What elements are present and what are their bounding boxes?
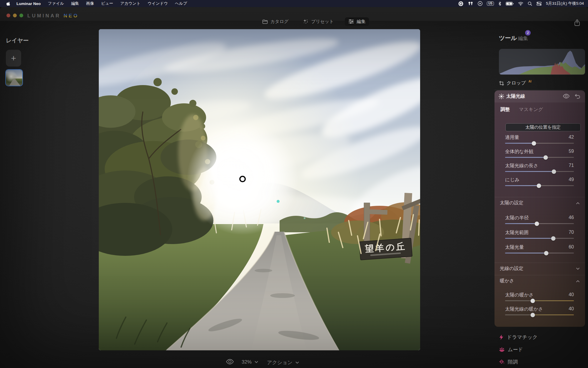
tab-edit[interactable]: 編集 bbox=[345, 17, 369, 26]
tab-adjust[interactable]: 調整 bbox=[500, 107, 510, 113]
slider-value: 71 bbox=[569, 163, 574, 169]
lens-flare-teal bbox=[277, 200, 280, 203]
edit-sliders-icon bbox=[348, 19, 354, 24]
tool-dramatic[interactable]: ドラマチック bbox=[499, 333, 537, 341]
divider bbox=[495, 275, 585, 275]
slider-ray-length[interactable]: 太陽光線の長さ71 bbox=[505, 163, 574, 176]
slider-rays-warmth[interactable]: 太陽光線の暖かさ40 bbox=[505, 306, 574, 320]
battery-icon[interactable] bbox=[506, 2, 514, 6]
slider-track[interactable] bbox=[505, 171, 574, 172]
sunrays-reset-button[interactable] bbox=[574, 94, 580, 99]
slider-glow[interactable]: にじみ49 bbox=[505, 177, 574, 190]
slider-track[interactable] bbox=[505, 300, 574, 301]
tab-tools[interactable]: ツール bbox=[499, 34, 517, 42]
photo-canvas[interactable]: 望羊の丘 bbox=[99, 29, 420, 350]
slider-track[interactable] bbox=[505, 223, 574, 224]
airpods-icon[interactable] bbox=[468, 1, 473, 6]
slider-track[interactable] bbox=[505, 253, 574, 253]
tab-presets-label: プリセット bbox=[311, 19, 334, 24]
slider-thumb[interactable] bbox=[551, 236, 555, 241]
place-sun-button[interactable]: 太陽の位置を指定 bbox=[505, 123, 581, 131]
bluetooth-icon[interactable] bbox=[498, 1, 501, 6]
section-warmth[interactable]: 暖かさ bbox=[500, 278, 580, 284]
tab-catalog[interactable]: カタログ bbox=[259, 17, 292, 26]
divider bbox=[495, 90, 585, 90]
titlebar: LUMINAR NEO カタログ プリセット 編集 bbox=[0, 7, 588, 21]
menu-view[interactable]: ビュー bbox=[98, 1, 117, 6]
tool-toning[interactable]: 階調 bbox=[499, 358, 518, 366]
menu-account[interactable]: アカウント bbox=[117, 1, 144, 6]
section-sun-settings[interactable]: 太陽の設定 bbox=[500, 200, 580, 206]
slider-overall-look[interactable]: 全体的な外観59 bbox=[505, 149, 574, 162]
slider-sunlight-amount[interactable]: 太陽光量60 bbox=[505, 244, 574, 258]
control-center-icon[interactable] bbox=[537, 2, 542, 6]
menu-window[interactable]: ウインドウ bbox=[144, 1, 171, 6]
slider-sun-radius[interactable]: 太陽の半径46 bbox=[505, 215, 574, 228]
sunrays-header[interactable]: 太陽光線 bbox=[495, 90, 585, 102]
tab-edits[interactable]: 編集 bbox=[518, 35, 528, 42]
slider-thumb[interactable] bbox=[552, 169, 556, 174]
edits-count-badge: 2 bbox=[525, 30, 531, 36]
share-button[interactable] bbox=[574, 19, 581, 26]
catalog-folder-icon bbox=[262, 19, 268, 24]
slider-thumb[interactable] bbox=[532, 141, 536, 145]
slider-sunlight-range[interactable]: 太陽光範囲70 bbox=[505, 230, 574, 243]
sunrays-visibility-toggle[interactable] bbox=[563, 94, 570, 99]
slider-track[interactable] bbox=[505, 143, 574, 144]
slider-amount[interactable]: 適用量42 bbox=[505, 135, 574, 148]
apple-menu[interactable] bbox=[4, 1, 13, 6]
slider-track[interactable] bbox=[505, 314, 574, 315]
zoom-level-dropdown[interactable]: 32% bbox=[242, 359, 258, 365]
slider-thumb[interactable] bbox=[544, 155, 548, 160]
actions-dropdown[interactable]: アクション bbox=[267, 359, 299, 366]
menubar-app-name[interactable]: Luminar Neo bbox=[13, 1, 44, 6]
tool-mood[interactable]: ムード bbox=[499, 346, 523, 353]
slider-value: 60 bbox=[569, 244, 574, 250]
grammarly-icon[interactable] bbox=[458, 1, 463, 6]
crop-icon bbox=[499, 81, 504, 86]
histogram[interactable] bbox=[499, 49, 585, 75]
slider-thumb[interactable] bbox=[537, 183, 541, 188]
slider-thumb[interactable] bbox=[530, 313, 535, 317]
slider-value: 70 bbox=[569, 230, 574, 236]
slider-label: 太陽光線の長さ bbox=[505, 163, 538, 169]
slider-label: 全体的な外観 bbox=[505, 149, 533, 155]
lens-flare-small bbox=[304, 217, 305, 219]
slider-thumb[interactable] bbox=[534, 221, 539, 226]
slider-track[interactable] bbox=[505, 157, 574, 158]
divider bbox=[495, 197, 585, 197]
minimize-traffic-light[interactable] bbox=[13, 14, 17, 17]
slider-thumb[interactable] bbox=[530, 299, 535, 303]
slider-sun-warmth[interactable]: 太陽の暖かさ40 bbox=[505, 292, 574, 306]
add-layer-button[interactable]: + bbox=[6, 50, 21, 67]
share-icon bbox=[574, 19, 581, 26]
slider-label: 太陽光量 bbox=[505, 244, 524, 250]
sun-position-handle[interactable] bbox=[239, 176, 246, 182]
tab-presets[interactable]: プリセット bbox=[300, 17, 337, 26]
zoom-traffic-light[interactable] bbox=[19, 14, 23, 17]
play-status-icon[interactable] bbox=[478, 1, 482, 6]
close-traffic-light[interactable] bbox=[6, 14, 10, 17]
chevron-up-icon bbox=[576, 202, 580, 204]
menu-edit[interactable]: 編集 bbox=[68, 1, 83, 6]
crop-tool-row[interactable]: クロップAI bbox=[499, 80, 531, 86]
slider-track[interactable] bbox=[505, 238, 574, 239]
preview-eye-button[interactable] bbox=[226, 359, 234, 364]
slider-track[interactable] bbox=[505, 185, 574, 186]
menu-file[interactable]: ファイル bbox=[44, 1, 68, 6]
section-title: 太陽の設定 bbox=[500, 200, 523, 206]
layer-thumbnail-selected[interactable] bbox=[5, 69, 23, 86]
spotlight-search-icon[interactable] bbox=[528, 1, 532, 6]
menu-help[interactable]: ヘルプ bbox=[171, 1, 191, 6]
menubar-clock[interactable]: 5月31日(火) 午後5:04 bbox=[546, 1, 584, 6]
tab-masking[interactable]: マスキング bbox=[519, 107, 543, 113]
section-rays-settings[interactable]: 光線の設定 bbox=[500, 266, 580, 272]
wifi-icon[interactable] bbox=[518, 2, 523, 6]
slider-thumb[interactable] bbox=[544, 251, 549, 255]
slider-label: 適用量 bbox=[505, 135, 519, 140]
slider-fill bbox=[505, 300, 533, 301]
slider-label: 太陽の半径 bbox=[505, 215, 529, 221]
luminar-neo-window: LUMINAR NEO カタログ プリセット 編集 レイヤー + bbox=[0, 7, 588, 368]
menu-image[interactable]: 画像 bbox=[83, 1, 98, 6]
input-source-badge[interactable]: US bbox=[487, 1, 494, 6]
